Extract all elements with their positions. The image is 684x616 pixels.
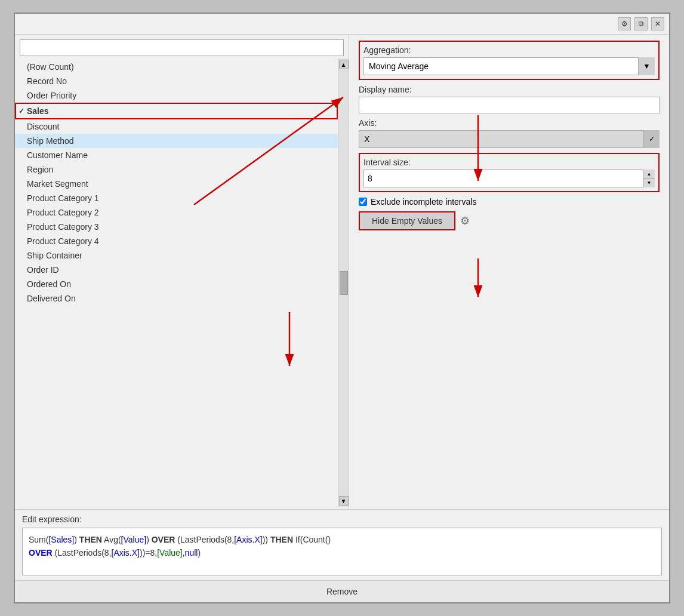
list-item-product-cat-1[interactable]: Product Category 1 bbox=[15, 191, 338, 205]
expr-last1: (LastPeriods(8, bbox=[175, 535, 234, 544]
spin-buttons: ▲ ▼ bbox=[643, 170, 655, 187]
search-input[interactable] bbox=[20, 39, 344, 56]
hide-empty-row: Hide Empty Values ⚙ bbox=[359, 211, 660, 230]
list-item-row-count[interactable]: (Row Count) bbox=[15, 60, 338, 74]
interval-group: Interval size: ▲ ▼ bbox=[359, 153, 660, 192]
axis-group: Axis: X Y Dual ✓ bbox=[359, 118, 660, 148]
scroll-down-arrow[interactable]: ▼ bbox=[339, 496, 349, 506]
expr-last2: (LastPeriods(8, bbox=[53, 548, 112, 558]
list-item-order-priority[interactable]: Order Priority bbox=[15, 88, 338, 103]
aggregation-group: Aggregation: Moving Average Sum Average … bbox=[359, 41, 660, 80]
exclude-incomplete-label: Exclude incomplete intervals bbox=[371, 197, 476, 207]
scrollbar[interactable]: ▲ ▼ bbox=[338, 58, 349, 507]
list-item-ship-method[interactable]: Ship Method bbox=[15, 134, 338, 148]
axis-select[interactable]: X Y Dual bbox=[359, 130, 660, 148]
exclude-incomplete-row: Exclude incomplete intervals bbox=[359, 197, 660, 207]
list-items: (Row Count) Record No Order Priority ✓ S… bbox=[15, 58, 338, 507]
list-item-sales[interactable]: ✓ Sales bbox=[15, 103, 338, 119]
expr-avg: Avg( bbox=[102, 535, 121, 544]
list-item-ordered-on[interactable]: Ordered On bbox=[15, 277, 338, 291]
expr-over2-word: OVER bbox=[29, 548, 53, 558]
main-content: (Row Count) Record No Order Priority ✓ S… bbox=[15, 35, 669, 509]
right-arrow-overlay bbox=[359, 61, 669, 420]
sales-label: Sales bbox=[27, 106, 49, 116]
remove-bar[interactable]: Remove bbox=[15, 580, 669, 602]
display-name-group: Display name: bbox=[359, 85, 660, 113]
expr-close1: )) bbox=[263, 535, 270, 544]
settings-gear-icon[interactable]: ⚙ bbox=[460, 214, 470, 227]
interval-input-wrapper: ▲ ▼ bbox=[363, 170, 655, 187]
close-button[interactable]: ✕ bbox=[651, 17, 664, 30]
expr-axisx2: [Axis.X] bbox=[112, 548, 140, 558]
expr-end: ) bbox=[198, 548, 201, 558]
list-item-customer-name[interactable]: Customer Name bbox=[15, 148, 338, 162]
expr-sum: Sum( bbox=[29, 535, 48, 544]
scroll-thumb[interactable] bbox=[340, 271, 348, 295]
axis-select-wrapper: X Y Dual ✓ bbox=[359, 130, 660, 148]
scroll-up-arrow[interactable]: ▲ bbox=[339, 60, 349, 69]
expr-then1: ) bbox=[74, 535, 79, 544]
list-item-product-cat-2[interactable]: Product Category 2 bbox=[15, 205, 338, 220]
right-panel: Aggregation: Moving Average Sum Average … bbox=[349, 35, 669, 509]
expr-over1: ) bbox=[146, 535, 152, 544]
aggregation-label: Aggregation: bbox=[363, 45, 655, 55]
expr-if: If(Count() bbox=[293, 535, 331, 544]
list-item-region[interactable]: Region bbox=[15, 162, 338, 177]
gear-button[interactable]: ⚙ bbox=[618, 17, 631, 30]
display-name-input[interactable] bbox=[359, 97, 660, 113]
aggregation-select-wrapper: Moving Average Sum Average Count ▼ bbox=[363, 57, 655, 75]
expr-axisx1: [Axis.X] bbox=[234, 535, 262, 544]
expression-section: Edit expression: Sum([Sales]) THEN Avg([… bbox=[15, 509, 669, 580]
left-panel: (Row Count) Record No Order Priority ✓ S… bbox=[15, 35, 349, 509]
expr-value1: [Value] bbox=[121, 535, 147, 544]
expr-close2: ))=8, bbox=[140, 548, 157, 558]
expr-then2-word: THEN bbox=[270, 535, 293, 544]
axis-label: Axis: bbox=[359, 118, 660, 128]
spin-down-button[interactable]: ▼ bbox=[643, 179, 655, 188]
restore-button[interactable]: ⧉ bbox=[634, 17, 648, 30]
main-dialog: ⚙ ⧉ ✕ (Row Count) Record No Order Priori… bbox=[14, 13, 670, 603]
list-item-discount[interactable]: Discount bbox=[15, 119, 338, 134]
list-item-ship-container[interactable]: Ship Container bbox=[15, 248, 338, 263]
expr-value2: [Value] bbox=[157, 548, 183, 558]
list-item-order-id[interactable]: Order ID bbox=[15, 263, 338, 277]
interval-size-label: Interval size: bbox=[363, 158, 655, 167]
title-bar: ⚙ ⧉ ✕ bbox=[15, 14, 669, 35]
expr-null: null bbox=[185, 548, 198, 558]
list-item-market-segment[interactable]: Market Segment bbox=[15, 177, 338, 191]
exclude-incomplete-checkbox[interactable] bbox=[359, 198, 367, 206]
display-name-label: Display name: bbox=[359, 85, 660, 94]
expression-label: Edit expression: bbox=[22, 515, 662, 524]
interval-input[interactable] bbox=[363, 170, 655, 187]
spin-up-button[interactable]: ▲ bbox=[643, 170, 655, 179]
sales-checkmark: ✓ bbox=[19, 107, 24, 115]
list-container: (Row Count) Record No Order Priority ✓ S… bbox=[15, 58, 349, 507]
expression-box: Sum([Sales]) THEN Avg([Value]) OVER (Las… bbox=[22, 528, 662, 575]
aggregation-select[interactable]: Moving Average Sum Average Count bbox=[363, 57, 655, 75]
expr-then1-word: THEN bbox=[79, 535, 102, 544]
hide-empty-button[interactable]: Hide Empty Values bbox=[359, 211, 455, 230]
list-item-record-no[interactable]: Record No bbox=[15, 74, 338, 88]
list-item-delivered-on[interactable]: Delivered On bbox=[15, 291, 338, 306]
expr-over1-word: OVER bbox=[152, 535, 175, 544]
list-item-product-cat-4[interactable]: Product Category 4 bbox=[15, 234, 338, 248]
list-item-product-cat-3[interactable]: Product Category 3 bbox=[15, 220, 338, 234]
expr-sales: [Sales] bbox=[48, 535, 74, 544]
